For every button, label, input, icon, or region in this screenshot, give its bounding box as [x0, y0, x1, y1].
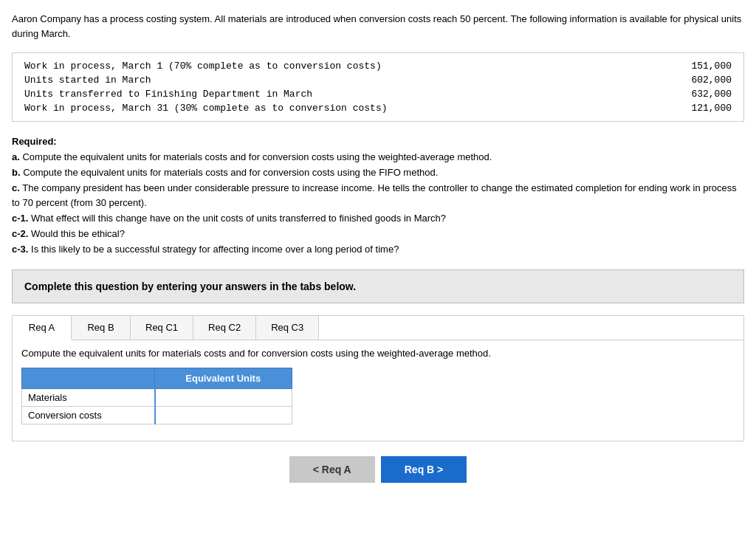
- required-section: Required: a. Compute the equivalent unit…: [12, 134, 744, 258]
- answer-input-cell[interactable]: [155, 388, 292, 406]
- answer-table-wrapper: Equivalent Units Materials Conversion co…: [21, 368, 735, 424]
- tab-req-a[interactable]: Req A: [13, 316, 72, 340]
- table-row: Units transferred to Finishing Departmen…: [21, 87, 735, 101]
- answer-row: Conversion costs: [22, 406, 292, 424]
- required-title: Required:: [12, 134, 744, 150]
- req-key: b.: [12, 167, 21, 178]
- answer-input-cell[interactable]: [155, 406, 292, 424]
- complete-box: Complete this question by entering your …: [12, 269, 744, 303]
- row-value: 121,000: [520, 101, 735, 115]
- tabs-container: Req AReq BReq C1Req C2Req C3 Compute the…: [12, 315, 744, 441]
- nav-buttons: < Req A Req B >: [12, 456, 744, 490]
- required-item-c-3: c-3. Is this likely to be a successful s…: [12, 242, 744, 258]
- tab-req-c2[interactable]: Req C2: [193, 316, 256, 340]
- empty-header: [22, 368, 155, 388]
- table-row: Work in process, March 1 (70% complete a…: [21, 59, 735, 73]
- next-button[interactable]: Req B >: [381, 456, 467, 483]
- tab-req-c1[interactable]: Req C1: [131, 316, 193, 340]
- problem-intro: Aaron Company has a process costing syst…: [12, 12, 744, 41]
- required-item-c: c. The company president has been under …: [12, 181, 744, 212]
- equiv-units-header: Equivalent Units: [155, 368, 292, 388]
- tabs-row: Req AReq BReq C1Req C2Req C3: [13, 316, 743, 340]
- table-row: Work in process, March 31 (30% complete …: [21, 101, 735, 115]
- required-item-c-1: c-1. What effect will this change have o…: [12, 211, 744, 227]
- req-key: c-3.: [12, 244, 28, 255]
- row-value: 602,000: [520, 73, 735, 87]
- row-label: Work in process, March 31 (30% complete …: [21, 101, 520, 115]
- intro-text: Aaron Company has a process costing syst…: [12, 13, 741, 39]
- tab-content: Compute the equivalent units for materia…: [13, 340, 743, 441]
- answer-table: Equivalent Units Materials Conversion co…: [21, 368, 292, 424]
- data-table: Work in process, March 1 (70% complete a…: [21, 59, 735, 115]
- tab-req-c3[interactable]: Req C3: [256, 316, 319, 340]
- row-value: 632,000: [520, 87, 735, 101]
- table-row: Units started in March602,000: [21, 73, 735, 87]
- answer-row-label: Materials: [22, 388, 155, 406]
- answer-row: Materials: [22, 388, 292, 406]
- row-label: Work in process, March 1 (70% complete a…: [21, 59, 520, 73]
- prev-button[interactable]: < Req A: [289, 456, 375, 483]
- row-label: Units transferred to Finishing Departmen…: [21, 87, 520, 101]
- req-key: c-1.: [12, 213, 28, 224]
- req-key: a.: [12, 151, 20, 162]
- req-key: c-2.: [12, 228, 28, 239]
- data-table-wrapper: Work in process, March 1 (70% complete a…: [12, 52, 744, 122]
- complete-box-text: Complete this question by entering your …: [24, 281, 356, 292]
- answer-input[interactable]: [159, 408, 289, 422]
- tab-description: Compute the equivalent units for materia…: [21, 348, 735, 359]
- row-value: 151,000: [520, 59, 735, 73]
- row-label: Units started in March: [21, 73, 520, 87]
- tab-req-b[interactable]: Req B: [72, 316, 131, 340]
- required-item-b: b. Compute the equivalent units for mate…: [12, 165, 744, 181]
- required-item-a: a. Compute the equivalent units for mate…: [12, 150, 744, 165]
- req-key: c.: [12, 182, 20, 193]
- answer-input[interactable]: [159, 391, 289, 405]
- required-item-c-2: c-2. Would this be ethical?: [12, 227, 744, 242]
- answer-row-label: Conversion costs: [22, 406, 155, 424]
